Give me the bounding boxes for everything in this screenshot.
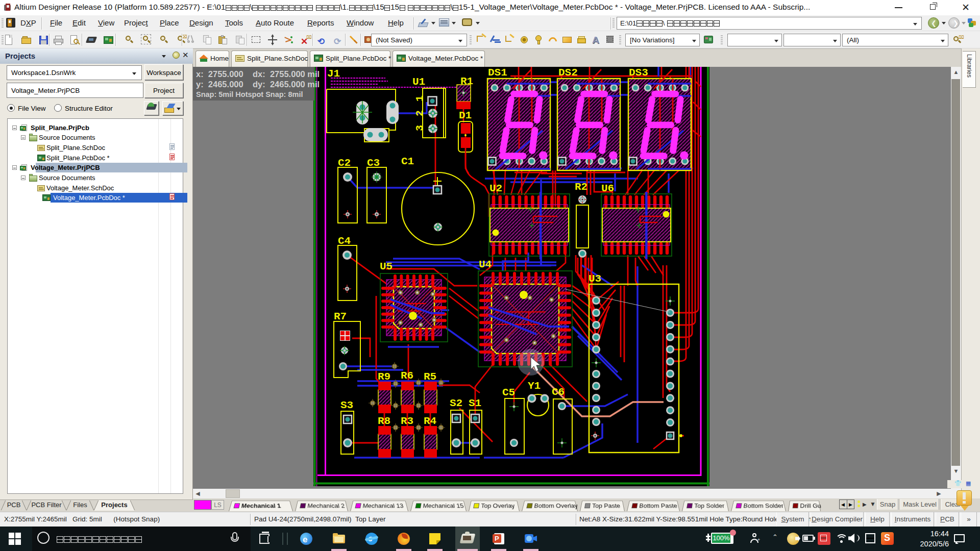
- svg-text:C5: C5: [502, 387, 515, 398]
- svg-text:DS1: DS1: [488, 67, 507, 79]
- svg-text:R4: R4: [424, 415, 436, 427]
- svg-text:R9: R9: [378, 371, 390, 383]
- svg-text:R6: R6: [401, 370, 413, 382]
- svg-text:S2: S2: [450, 397, 462, 409]
- svg-text:1: 1: [414, 95, 426, 102]
- svg-text:3: 3: [414, 125, 426, 131]
- svg-text:C6: C6: [552, 386, 565, 398]
- svg-text:S3: S3: [340, 399, 353, 411]
- svg-text:DS3: DS3: [629, 67, 648, 79]
- svg-text:U4: U4: [479, 259, 492, 270]
- svg-text:R7: R7: [334, 311, 347, 322]
- svg-text:R5: R5: [424, 371, 436, 383]
- svg-text:R3: R3: [401, 415, 413, 427]
- svg-text:U3: U3: [589, 273, 601, 285]
- svg-text:R2: R2: [575, 181, 587, 193]
- svg-text:2: 2: [414, 110, 426, 116]
- svg-text:C1: C1: [401, 156, 414, 167]
- svg-text:S1: S1: [469, 397, 481, 409]
- svg-text:U6: U6: [601, 183, 614, 194]
- svg-text:DS2: DS2: [558, 67, 578, 79]
- svg-text:R8: R8: [378, 415, 390, 427]
- svg-text:D1: D1: [459, 110, 472, 121]
- svg-text:U5: U5: [380, 261, 393, 272]
- svg-text:Y1: Y1: [528, 380, 541, 392]
- svg-text:U1: U1: [412, 76, 425, 88]
- svg-text:U2: U2: [489, 183, 502, 194]
